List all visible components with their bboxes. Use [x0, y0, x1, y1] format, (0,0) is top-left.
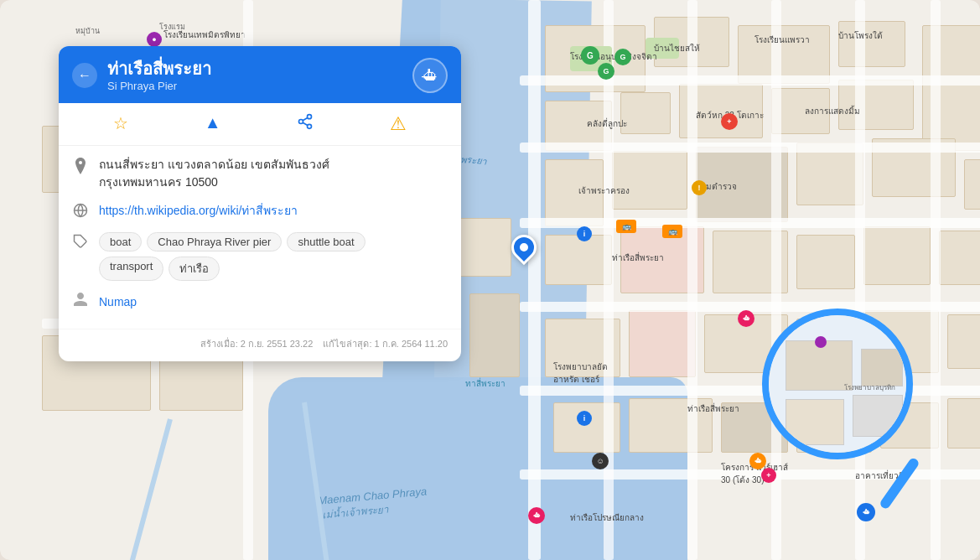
tag-icon — [72, 234, 89, 253]
marker-dark-1: ☺ — [592, 453, 609, 469]
marker-pink-2: ⛴ — [738, 310, 754, 327]
magnifier-inner: โรงพยาบาลบุรทิก — [769, 315, 906, 453]
building-r1 — [545, 235, 612, 285]
tag-boat: boat — [99, 232, 142, 251]
road-h3 — [520, 218, 980, 228]
tag-transport: transport — [99, 257, 163, 281]
tags-icon-row: boat Chao Phraya River pier shuttle boat — [72, 232, 448, 253]
address-line1: ถนนสี่พระยา แขวงตลาดน้อย เขตสัมพันธวงศ์ — [99, 156, 329, 174]
mag-label: โรงพยาบาลบุรทิก — [844, 382, 895, 393]
alert-icon: ⚠ — [390, 113, 407, 135]
tag-shuttle: shuttle boat — [287, 232, 365, 251]
top-label-1: หมุ่บ้าน — [75, 25, 100, 37]
mag-building-3 — [786, 399, 844, 445]
transport-marker-1: 🚌 — [662, 225, 682, 238]
website-link[interactable]: https://th.wikipedia.org/wiki/ท่าสี่พระย… — [99, 201, 298, 220]
navigate-button[interactable]: ▲ — [205, 113, 221, 135]
contributor-row: Numap — [72, 291, 448, 312]
marker-blue-3: ⛴ — [857, 503, 875, 521]
footer-modified: แก้ไขล่าสุด: 1 ก.ค. 2564 11.20 — [323, 339, 448, 349]
marker-purple-1: ● — [147, 32, 162, 47]
star-icon: ☆ — [113, 113, 128, 133]
address-icon — [72, 158, 89, 179]
address-text: ถนนสี่พระยา แขวงตลาดน้อย เขตสัมพันธวงศ์ … — [99, 156, 329, 191]
main-location-pin[interactable] — [511, 235, 537, 260]
website-row: https://th.wikipedia.org/wiki/ท่าสี่พระย… — [72, 201, 448, 222]
river-bottom — [268, 377, 687, 560]
marker-orange-1: ! — [692, 180, 707, 195]
panel-title: ท่าเรือสี่พระยา — [107, 59, 402, 79]
label-purple: โรงเรียนเทพมิตรพิทยา — [163, 29, 246, 41]
mag-building-2 — [861, 349, 903, 386]
back-arrow-icon: ← — [78, 68, 91, 83]
share-icon — [297, 113, 314, 134]
building-r4 — [796, 235, 855, 289]
mag-building-4 — [853, 395, 903, 437]
marker-blue-1: i — [577, 226, 592, 241]
mag-marker — [815, 336, 827, 348]
star-button[interactable]: ☆ — [113, 113, 128, 135]
marker-green-3: G — [614, 49, 631, 65]
panel-footer: สร้างเมื่อ: 2 ก.ย. 2551 23.22 แก้ไขล่าสุ… — [59, 329, 461, 361]
svg-line-3 — [303, 122, 308, 125]
building-12 — [612, 151, 687, 210]
marker-green-1: G — [581, 46, 599, 65]
back-button[interactable]: ← — [72, 63, 97, 88]
web-icon — [72, 203, 89, 222]
marker-pink-1: ⛴ — [528, 507, 545, 524]
panel-body: ถนนสี่พระยา แขวงตลาดน้อย เขตสัมพันธวงศ์ … — [59, 146, 461, 329]
address-line2: กรุงเทพมหานคร 10500 — [99, 174, 329, 191]
building-4 — [838, 21, 905, 67]
road-h1 — [520, 75, 980, 86]
building-6 — [620, 92, 671, 134]
panel-header: ← ท่าเรือสี่พระยา Si Phraya Pier ⛴ — [59, 46, 461, 103]
pier-building-1 — [469, 293, 520, 377]
tag-chaophraya: Chao Phraya River pier — [147, 232, 282, 251]
info-panel: ← ท่าเรือสี่พระยา Si Phraya Pier ⛴ ☆ ▲ — [59, 46, 461, 361]
address-row: ถนนสี่พระยา แขวงตลาดน้อย เขตสัมพันธวงศ์ … — [72, 156, 448, 191]
magnifier: โรงพยาบาลบุรทิก — [762, 309, 930, 476]
contributor-name: Numap — [99, 295, 137, 309]
navigate-icon: ▲ — [205, 113, 221, 132]
road-h2 — [520, 143, 980, 153]
marker-green-2: G — [598, 63, 614, 80]
panel-header-icon: ⛴ — [412, 58, 448, 93]
tags-container: boat Chao Phraya River pier shuttle boat — [99, 232, 366, 251]
marker-blue-2: i — [577, 411, 592, 426]
share-button[interactable] — [297, 113, 314, 135]
marker-red-1: + — [721, 113, 738, 130]
building-b6 — [947, 398, 980, 449]
tags-row-2: transport ท่าเรือ — [99, 257, 448, 281]
svg-point-1 — [299, 120, 303, 124]
building-16 — [964, 159, 980, 210]
building-lr2 — [629, 310, 696, 377]
svg-point-0 — [308, 115, 312, 119]
building-lr6 — [947, 314, 980, 369]
canal-1 — [124, 418, 173, 560]
boat-icon: ⛴ — [422, 66, 438, 86]
magnifier-circle: โรงพยาบาลบุรทิก — [762, 309, 913, 459]
panel-subtitle: Si Phraya Pier — [107, 80, 402, 92]
svg-point-2 — [308, 124, 312, 128]
building-r6 — [939, 231, 980, 285]
header-text: ท่าเรือสี่พระยา Si Phraya Pier — [107, 59, 402, 92]
contributor-icon — [72, 291, 89, 312]
mag-building-1 — [786, 340, 853, 391]
svg-line-4 — [303, 117, 308, 120]
green-2 — [646, 38, 679, 59]
footer-created: สร้างเมื่อ: 2 ก.ย. 2551 23.22 — [200, 339, 314, 349]
building-9 — [838, 80, 914, 130]
transport-marker-2: 🚌 — [616, 220, 636, 233]
alert-button[interactable]: ⚠ — [390, 113, 407, 135]
building-b2 — [629, 398, 713, 453]
panel-actions: ☆ ▲ ⚠ — [59, 103, 461, 146]
building-r5 — [863, 226, 931, 285]
top-label-2: โรงแรม — [159, 21, 185, 33]
building-11 — [545, 159, 604, 226]
tag-tharua: ท่าเรือ — [169, 257, 220, 281]
